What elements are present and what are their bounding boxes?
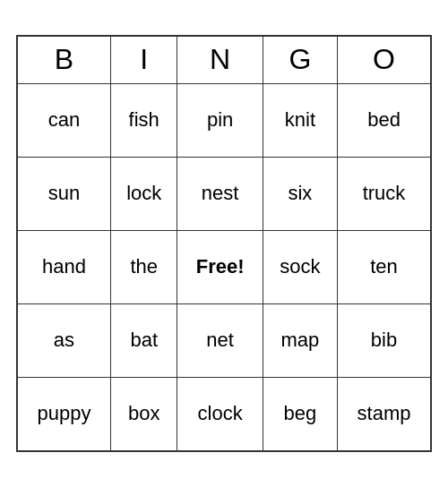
header-i: I: [110, 37, 177, 83]
table-cell: hand: [18, 230, 110, 303]
header-row: B I N G O: [18, 37, 430, 83]
table-cell: bib: [338, 303, 430, 377]
bingo-body: canfishpinknitbedsunlocknestsixtruckhand…: [18, 83, 430, 450]
table-cell: knit: [263, 83, 337, 157]
table-cell: truck: [338, 157, 430, 230]
table-cell: can: [18, 83, 110, 157]
table-cell: box: [110, 377, 177, 450]
table-cell: the: [110, 230, 177, 303]
table-cell: pin: [177, 83, 263, 157]
table-row: canfishpinknitbed: [18, 83, 430, 157]
table-row: puppyboxclockbegstamp: [18, 377, 430, 450]
table-cell: stamp: [338, 377, 430, 450]
table-cell: ten: [338, 230, 430, 303]
table-cell: map: [263, 303, 337, 377]
table-row: asbatnetmapbib: [18, 303, 430, 377]
table-cell: bed: [338, 83, 430, 157]
header-b: B: [18, 37, 110, 83]
table-cell: sun: [18, 157, 110, 230]
table-cell: net: [177, 303, 263, 377]
header-n: N: [177, 37, 263, 83]
table-row: sunlocknestsixtruck: [18, 157, 430, 230]
table-cell: six: [263, 157, 337, 230]
header-g: G: [263, 37, 337, 83]
table-cell: sock: [263, 230, 337, 303]
table-cell: puppy: [18, 377, 110, 450]
table-cell: clock: [177, 377, 263, 450]
table-cell: as: [18, 303, 110, 377]
table-cell: nest: [177, 157, 263, 230]
table-cell: fish: [110, 83, 177, 157]
table-cell: bat: [110, 303, 177, 377]
bingo-table: B I N G O canfishpinknitbedsunlocknestsi…: [18, 37, 430, 450]
table-cell: beg: [263, 377, 337, 450]
header-o: O: [338, 37, 430, 83]
bingo-card: B I N G O canfishpinknitbedsunlocknestsi…: [16, 35, 432, 452]
table-row: handtheFree!sockten: [18, 230, 430, 303]
table-cell: Free!: [177, 230, 263, 303]
table-cell: lock: [110, 157, 177, 230]
